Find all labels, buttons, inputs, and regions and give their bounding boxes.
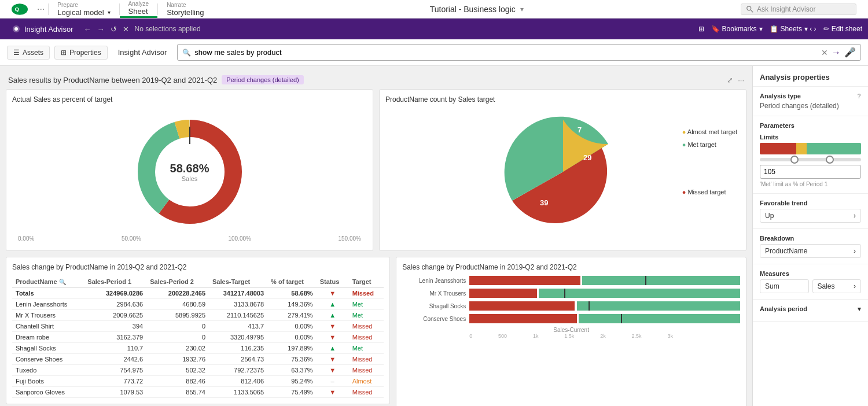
favorable-trend-section: Favorable trend Up › (753, 194, 868, 229)
analysis-period-collapse-icon[interactable]: ▾ (858, 305, 861, 313)
donut-label: Sales (170, 175, 209, 182)
bar-row-label: Mr X Trousers (402, 290, 466, 297)
row-target: 812.406 (209, 376, 267, 387)
limits-slider-thumb-left[interactable] (790, 156, 799, 164)
bar-row-label: Conserve Shoes (402, 316, 466, 322)
sheets-button[interactable]: 📋 Sheets ▾ ‹ › (770, 25, 816, 33)
table-row: Lenin Jeansshorts 2984.636 4680.59 3133.… (12, 299, 384, 310)
page-heading-text: Sales results by ProductName between 201… (8, 76, 217, 84)
svg-text:7: 7 (578, 126, 582, 134)
search-input[interactable] (194, 48, 818, 57)
row-status-arrow: ▲ (317, 310, 349, 321)
breakdown-select[interactable]: ProductName › (760, 244, 861, 258)
breakdown-value: ProductName (765, 247, 807, 255)
row-pct: 0.00% (267, 332, 317, 343)
label-100pct: 100.00% (228, 235, 251, 242)
row-period1: 394 (84, 321, 146, 332)
row-period1: 754.975 (84, 365, 146, 376)
bar-track (469, 301, 740, 311)
measures-agg-select[interactable]: Sum (760, 279, 809, 293)
narrate-label: Narrate (167, 2, 204, 8)
row-pct: 0.00% (267, 321, 317, 332)
limits-slider-thumb-right[interactable] (826, 156, 834, 164)
measures-agg-value: Sum (765, 282, 779, 290)
grid-view-icon[interactable]: ⊞ (698, 25, 704, 33)
row-status-arrow: – (317, 376, 349, 387)
edit-sheet-button[interactable]: ✏ Edit sheet (823, 25, 862, 33)
bar-group (469, 276, 740, 285)
row-period1: 2442.6 (84, 354, 146, 365)
row-period2: 230.02 (146, 343, 209, 354)
bar-row-label: Lenin Jeansshorts (402, 278, 466, 284)
almost-met-label: ● Almost met target (682, 126, 737, 138)
app-title-chevron-icon[interactable]: ▾ (520, 5, 524, 13)
analysis-type-value: Period changes (detailed) (760, 102, 861, 110)
prepare-chevron-icon: ▾ (108, 9, 111, 16)
nav-prepare[interactable]: Prepare Logical model ▾ (49, 0, 119, 18)
row-target-val: Missed (349, 321, 384, 332)
row-name: Mr X Trousers (12, 310, 84, 321)
row-target: 3320.49795 (209, 332, 267, 343)
donut-chart-title: Actual Sales as percent of target (12, 95, 367, 104)
prepare-sub: Logical model (57, 8, 104, 17)
pie-chart-card: ProductName count by Sales target 39 29 (379, 89, 746, 251)
column-search-icon[interactable]: 🔍 (59, 279, 66, 285)
insight-advisor-title: Insight Advisor (112, 48, 173, 57)
row-period2: 882.46 (146, 376, 209, 387)
table-row: Tuxedo 754.975 502.32 792.72375 63.37% ▼… (12, 365, 384, 376)
properties-tab[interactable]: ⊞ Properties (54, 46, 108, 60)
met-limit-input[interactable] (760, 165, 861, 179)
bar-period2 (539, 289, 740, 298)
nav-more-dots[interactable]: ··· (34, 4, 48, 14)
label-150pct: 150.00% (339, 235, 361, 242)
search-mic-icon[interactable]: 🎤 (844, 47, 856, 58)
table-row: Fuji Boots 773.72 882.46 812.406 95.24% … (12, 376, 384, 387)
row-pct: 75.49% (267, 387, 317, 398)
svg-point-0 (12, 3, 28, 15)
row-name: Chantell Shirt (12, 321, 84, 332)
row-target: 413.7 (209, 321, 267, 332)
svg-point-5 (14, 27, 18, 31)
analysis-type-help-icon[interactable]: ? (857, 93, 861, 99)
bookmarks-button[interactable]: 🔖 Bookmarks ▾ (711, 25, 763, 33)
analysis-type-label: Analysis type ? (760, 93, 861, 99)
row-target: 1133.5065 (209, 387, 267, 398)
row-status-arrow: ▼ (317, 365, 349, 376)
search-clear-icon[interactable]: ✕ (821, 48, 828, 57)
toolbar: Insight Advisor ← → ↺ ✕ No selections ap… (0, 19, 868, 39)
bar-period2 (577, 301, 740, 311)
row-status-arrow: ▼ (317, 387, 349, 398)
app-logo: Q (6, 3, 34, 15)
bar-track (469, 289, 740, 298)
refresh-icon[interactable]: ↺ (111, 25, 117, 34)
row-target-val: Missed (349, 387, 384, 398)
favorable-trend-value: Up (765, 212, 774, 220)
nav-narrate[interactable]: Narrate Storytelling (158, 0, 212, 18)
search-input-wrap[interactable]: 🔍 ✕ → 🎤 (177, 44, 861, 61)
ask-insight-advisor-input[interactable]: Ask Insight Advisor (741, 3, 856, 15)
expand-icon[interactable]: ⤢ (727, 76, 733, 84)
svg-text:29: 29 (583, 153, 591, 162)
clear-icon[interactable]: ✕ (123, 25, 129, 34)
back-icon[interactable]: ← (84, 25, 91, 34)
row-pct: 75.36% (267, 354, 317, 365)
row-period2: 0 (146, 332, 209, 343)
totals-name: Totals (12, 288, 84, 299)
forward-icon[interactable]: → (97, 25, 105, 34)
col-status: Status (317, 276, 349, 288)
more-options-icon[interactable]: ··· (738, 76, 744, 84)
bar-period1 (469, 314, 577, 323)
favorable-trend-select[interactable]: Up › (760, 209, 861, 223)
measures-field-select[interactable]: Sales › (812, 279, 862, 293)
nav-analyze[interactable]: Analyze Sheet (120, 0, 158, 18)
bottom-row: Sales change by ProductName in 2019-Q2 a… (6, 257, 746, 406)
analysis-panel-title: Analysis properties (753, 66, 868, 87)
insight-advisor-button[interactable]: Insight Advisor (6, 22, 79, 36)
assets-tab[interactable]: ☰ Assets (7, 46, 50, 60)
properties-icon: ⊞ (61, 49, 67, 57)
table-header-row: ProductName 🔍 Sales-Period 1 Sales-Perio… (12, 276, 384, 288)
svg-text:39: 39 (540, 198, 548, 207)
search-send-icon[interactable]: → (832, 47, 841, 58)
charts-row: Actual Sales as percent of target (6, 89, 746, 251)
heading-icons: ⤢ ··· (727, 76, 744, 84)
